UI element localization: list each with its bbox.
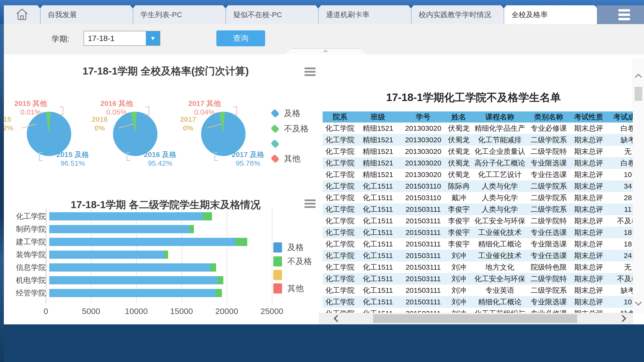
cell-学号[interactable]: 201503111	[398, 263, 448, 271]
legend-item-及格[interactable]: 及格	[272, 108, 308, 119]
cell-学号[interactable]: 201503111	[398, 286, 448, 295]
cell-班级: 化工1511	[358, 251, 398, 261]
student-id-link[interactable]: 201503110	[406, 194, 441, 202]
student-id-link[interactable]: 201503111	[406, 217, 441, 225]
pie-2015[interactable]	[27, 112, 71, 156]
tab-5[interactable]: 校内实践教学学时情况	[412, 5, 504, 24]
bar-segment-及格[interactable]	[49, 289, 216, 297]
home-tab[interactable]	[4, 5, 40, 24]
query-button[interactable]: 查询	[216, 30, 265, 46]
student-id-link[interactable]: 201503111	[406, 263, 441, 271]
tab-strip: 自我发展学生列表-PC疑似不在校-PC通道机刷卡率校内实践教学学时情况全校及格率	[4, 5, 644, 24]
cell-考试成绩: 18	[610, 240, 633, 248]
cell-考试性质: 期末总评	[568, 204, 610, 214]
bar-segment-不及格[interactable]	[164, 251, 168, 259]
bar-chart-menu-icon[interactable]	[304, 199, 316, 208]
semester-select-value[interactable]: 17-18-1	[84, 31, 146, 45]
cell-学号[interactable]: 201503110	[398, 182, 448, 190]
scroll-down-icon[interactable]	[635, 299, 642, 306]
cell-学号[interactable]: 201503111	[398, 240, 448, 248]
student-id-link[interactable]: 201303020	[405, 136, 441, 144]
cell-学号[interactable]: 201503111	[398, 275, 448, 283]
cell-学号[interactable]: 201503111	[398, 205, 448, 213]
legend-marker-icon	[273, 283, 282, 294]
student-id-link[interactable]: 201303020	[405, 171, 441, 179]
student-id-link[interactable]: 201503111	[406, 252, 441, 260]
vertical-scroll-thumb[interactable]	[634, 87, 642, 101]
table-row: 化工学院精细1521201303020伏蜀龙高分子化工概论专业限选课期末总评白卷	[322, 157, 633, 169]
pie-chart-menu-icon[interactable]	[304, 67, 316, 76]
tab-2[interactable]: 学生列表-PC	[133, 5, 226, 24]
legend-item[interactable]	[273, 270, 312, 280]
tab-6[interactable]: 全校及格率	[504, 5, 597, 24]
bar-segment-及格[interactable]	[49, 263, 210, 272]
bar-segment-不及格[interactable]	[210, 263, 216, 272]
scroll-right-icon[interactable]	[619, 315, 626, 322]
bar-segment-及格[interactable]	[49, 212, 203, 220]
bar-segment-不及格[interactable]	[203, 212, 212, 220]
bar-segment-及格[interactable]	[49, 251, 164, 259]
bar-segment-不及格[interactable]	[217, 276, 223, 284]
collapse-panel-tab[interactable]	[285, 48, 367, 54]
student-id-link[interactable]: 201303020	[405, 147, 441, 156]
cell-学号[interactable]: 201303020	[398, 159, 448, 167]
cell-学号[interactable]: 201503110	[398, 194, 448, 202]
semester-select[interactable]: 17-18-1 ▼	[84, 31, 160, 46]
vertical-scrollbar[interactable]	[633, 58, 644, 314]
bar-row-经管学院: 经管学院	[7, 287, 275, 299]
cell-类别名称: 专业必修课	[530, 124, 568, 133]
fail-list-table: 院系班级学号姓名课程名称类别名称考试性质考试成绩化工学院精细1521201303…	[322, 111, 633, 314]
legend-item-其他[interactable]: 其他	[273, 283, 312, 294]
cell-学号[interactable]: 201303020	[398, 124, 448, 132]
student-id-link[interactable]: 201503111	[406, 205, 441, 213]
legend-item-其他[interactable]: 其他	[272, 153, 308, 164]
bar-segment-不及格[interactable]	[189, 225, 194, 233]
dropdown-arrow-icon[interactable]: ▼	[146, 31, 160, 45]
bar-segment-不及格[interactable]	[216, 289, 222, 297]
student-id-link[interactable]: 201503111	[406, 240, 441, 248]
student-id-link[interactable]: 201303020	[405, 124, 441, 132]
pie-2016[interactable]	[113, 112, 158, 156]
cell-学号[interactable]: 201503111	[398, 252, 448, 260]
cell-学号[interactable]: 201303020	[398, 171, 448, 179]
tab-1[interactable]: 自我发展	[40, 5, 133, 24]
header-cell-班级: 班级	[358, 112, 398, 122]
student-id-link[interactable]: 201503111	[406, 228, 441, 237]
cell-考试性质: 期末总评	[568, 193, 610, 203]
legend-marker-icon	[273, 242, 282, 252]
student-id-link[interactable]: 201303020	[405, 159, 441, 167]
cell-院系: 化工学院	[322, 251, 358, 261]
cell-学号[interactable]: 201503111	[398, 217, 448, 225]
cell-考试性质: 期末总评	[568, 251, 610, 261]
legend-item[interactable]	[272, 139, 308, 149]
pie-2017[interactable]	[201, 112, 246, 156]
bar-track	[49, 225, 275, 233]
horizontal-scrollbar[interactable]	[319, 313, 633, 324]
main-menu-icon[interactable]	[618, 9, 630, 20]
scroll-up-icon[interactable]	[635, 74, 642, 81]
cell-学号[interactable]: 201303020	[398, 136, 448, 144]
legend-item-不及格[interactable]: 不及格	[273, 256, 312, 267]
pie-label-third-2015: 20150.12%	[4, 115, 21, 132]
student-id-link[interactable]: 201503111	[406, 275, 441, 283]
bar-chart-rows: 化工学院制药学院建工学院装饰学院信息学院机电学院经管学院	[7, 210, 275, 299]
legend-item-及格[interactable]: 及格	[273, 242, 312, 253]
student-id-link[interactable]: 201503111	[406, 286, 441, 295]
scroll-left-icon[interactable]	[334, 315, 341, 322]
tab-4[interactable]: 通道机刷卡率	[319, 5, 412, 24]
pie-label-pass-name: 2015 及格	[45, 150, 100, 159]
horizontal-scroll-thumb[interactable]	[373, 314, 577, 323]
tab-3[interactable]: 疑似不在校-PC	[226, 5, 319, 24]
bar-segment-及格[interactable]	[49, 225, 189, 233]
cell-学号[interactable]: 201503111	[398, 298, 448, 306]
bar-segment-及格[interactable]	[49, 276, 217, 284]
bar-segment-及格[interactable]	[49, 238, 236, 246]
cell-学号[interactable]: 201503111	[398, 228, 448, 237]
bar-segment-不及格[interactable]	[236, 238, 247, 246]
cell-学号[interactable]: 201303020	[398, 147, 448, 156]
legend-item-不及格[interactable]: 不及格	[272, 123, 308, 134]
cell-考试性质: 期末总评	[568, 262, 610, 272]
student-id-link[interactable]: 201503111	[406, 298, 441, 306]
cell-课程名称: 精细化学品生产	[470, 124, 530, 133]
student-id-link[interactable]: 201503110	[406, 182, 441, 190]
